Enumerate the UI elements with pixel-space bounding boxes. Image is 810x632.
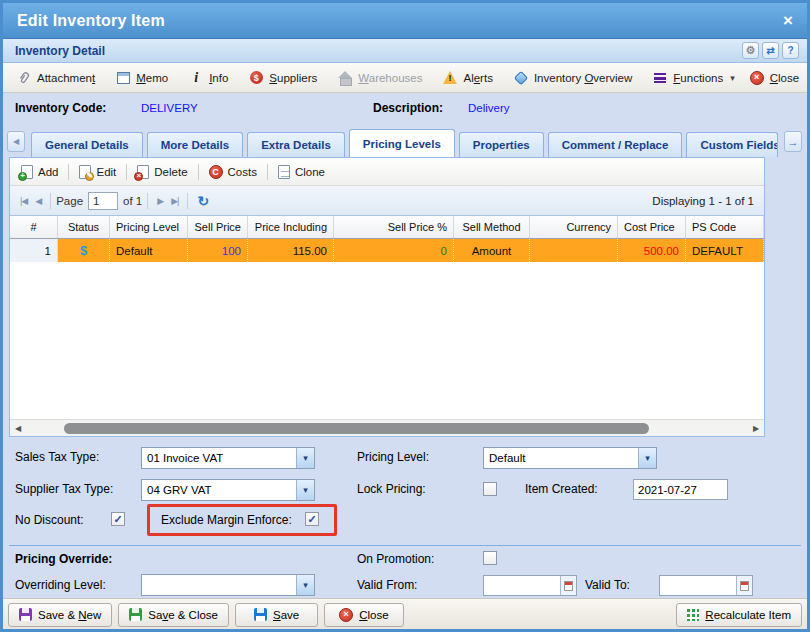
dropdown-arrow-icon[interactable]: ▾ bbox=[296, 448, 314, 468]
panel-header-tools: ⚙ ⇄ ? bbox=[742, 42, 799, 59]
pricing-level-select[interactable]: Default ▾ bbox=[483, 447, 657, 469]
valid-to-label: Valid To: bbox=[585, 578, 630, 592]
tab-extra-details[interactable]: Extra Details bbox=[247, 132, 345, 157]
lock-pricing-checkbox[interactable] bbox=[483, 482, 497, 496]
tab-properties[interactable]: Properties bbox=[459, 132, 544, 157]
refresh-panel-button[interactable]: ⇄ bbox=[762, 42, 779, 59]
tab-scroll-left-button[interactable]: ◀ bbox=[7, 131, 25, 152]
column-header-status[interactable]: Status bbox=[58, 216, 110, 238]
currency-cell bbox=[530, 239, 618, 262]
column-header-ps-code[interactable]: PS Code bbox=[686, 216, 764, 238]
overriding-level-label: Overriding Level: bbox=[15, 578, 106, 592]
valid-to-value bbox=[660, 576, 736, 595]
last-page-button[interactable]: ▶| bbox=[167, 196, 182, 206]
column-header-sell-method[interactable]: Sell Method bbox=[454, 216, 530, 238]
column-header-num[interactable]: # bbox=[10, 216, 58, 238]
supplier-tax-type-select[interactable]: 04 GRV VAT ▾ bbox=[141, 479, 315, 501]
attachment-button[interactable]: Attachment bbox=[9, 67, 102, 89]
dropdown-arrow-icon[interactable]: ▾ bbox=[296, 575, 314, 595]
column-header-price-including[interactable]: Price Including bbox=[248, 216, 334, 238]
save-and-close-button[interactable]: Save & Close bbox=[118, 603, 229, 627]
costs-icon: C bbox=[209, 165, 223, 179]
column-header-sell-price-pct[interactable]: Sell Price % bbox=[334, 216, 454, 238]
pricing-level-value: Default bbox=[484, 448, 638, 468]
exclude-margin-enforce-label: Exclude Margin Enforce: bbox=[161, 513, 292, 527]
info-button[interactable]: i Info bbox=[181, 67, 235, 89]
item-created-field[interactable]: 2021-07-27 bbox=[633, 479, 728, 500]
dialog-title: Edit Inventory Item bbox=[17, 12, 165, 30]
scrollbar-track[interactable] bbox=[26, 422, 748, 435]
previous-page-button[interactable]: ◀ bbox=[31, 196, 45, 206]
refresh-grid-icon[interactable]: ↻ bbox=[193, 193, 213, 209]
calendar-picker-button[interactable] bbox=[560, 576, 576, 595]
recalculate-item-label: Recalculate Item bbox=[705, 609, 791, 621]
memo-button[interactable]: Memo bbox=[108, 67, 175, 89]
sales-tax-type-value: 01 Invoice VAT bbox=[142, 448, 296, 468]
grid-actions-toolbar: + Add ✎ Edit × Delete C Costs Clone bbox=[10, 158, 764, 186]
clone-label: Clone bbox=[295, 166, 325, 178]
recalculate-item-button[interactable]: Recalculate Item bbox=[676, 603, 802, 627]
valid-to-date-field[interactable] bbox=[659, 575, 753, 596]
table-row-selected[interactable]: 1 $ Default 100 115.00 0 Amount 500.00 D… bbox=[10, 239, 764, 262]
dialog-close-icon[interactable]: × bbox=[783, 12, 793, 29]
settings-gear-button[interactable]: ⚙ bbox=[742, 42, 759, 59]
warning-triangle-icon bbox=[443, 71, 457, 84]
overriding-level-select[interactable]: ▾ bbox=[141, 574, 315, 596]
toolbar-separator bbox=[198, 164, 199, 180]
horizontal-scrollbar[interactable]: ◀ ▶ bbox=[10, 419, 764, 436]
delete-button[interactable]: × Delete bbox=[130, 163, 194, 181]
scroll-right-icon[interactable]: ▶ bbox=[748, 424, 764, 433]
edit-button[interactable]: ✎ Edit bbox=[72, 163, 123, 181]
save-and-new-button[interactable]: Save & New bbox=[8, 603, 112, 627]
costs-button[interactable]: C Costs bbox=[202, 163, 264, 181]
pricing-override-label: Pricing Override: bbox=[15, 552, 112, 566]
exclude-margin-enforce-checkbox[interactable]: ✓ bbox=[305, 512, 319, 526]
close-circle-icon: × bbox=[750, 71, 764, 85]
tab-general-details[interactable]: General Details bbox=[31, 132, 143, 157]
tab-comment-replace[interactable]: Comment / Replace bbox=[548, 132, 683, 157]
calendar-picker-button[interactable] bbox=[736, 576, 752, 595]
save-button[interactable]: Save bbox=[235, 603, 318, 627]
warehouse-icon bbox=[338, 71, 352, 78]
inventory-overview-button[interactable]: Inventory Overview bbox=[506, 67, 639, 89]
toolbar-separator bbox=[68, 164, 69, 180]
next-page-button[interactable]: ▶ bbox=[153, 196, 167, 206]
close-button[interactable]: × Close bbox=[324, 603, 403, 627]
alerts-button[interactable]: Alerts bbox=[435, 67, 499, 89]
add-icon: + bbox=[21, 165, 33, 179]
panel-title: Inventory Detail bbox=[11, 44, 105, 58]
tab-scroll-right-button[interactable]: → bbox=[784, 131, 802, 152]
dropdown-arrow-icon[interactable]: ▾ bbox=[296, 480, 314, 500]
tab-custom-fields[interactable]: Custom Fields bbox=[686, 132, 778, 157]
close-toolbar-button[interactable]: × Close bbox=[742, 67, 806, 89]
scrollbar-thumb[interactable] bbox=[64, 423, 649, 434]
grid-header-row: # Status Pricing Level Sell Price Price … bbox=[10, 216, 764, 239]
warehouses-button: Warehouses bbox=[330, 67, 429, 89]
clone-button[interactable]: Clone bbox=[271, 163, 332, 181]
on-promotion-checkbox[interactable] bbox=[483, 551, 497, 565]
dropdown-arrow-icon[interactable]: ▾ bbox=[638, 448, 656, 468]
valid-from-date-field[interactable] bbox=[483, 575, 577, 596]
no-discount-checkbox[interactable]: ✓ bbox=[111, 512, 125, 526]
column-header-sell-price[interactable]: Sell Price bbox=[188, 216, 248, 238]
suppliers-button[interactable]: Suppliers bbox=[241, 67, 324, 89]
displaying-status: Displaying 1 - 1 of 1 bbox=[652, 195, 758, 207]
supplier-tax-type-value: 04 GRV VAT bbox=[142, 480, 296, 500]
add-button[interactable]: + Add bbox=[14, 163, 65, 181]
info-label: Info bbox=[209, 72, 228, 84]
scroll-left-icon[interactable]: ◀ bbox=[10, 424, 26, 433]
first-page-button[interactable]: |◀ bbox=[16, 196, 31, 206]
price-including-cell: 115.00 bbox=[248, 239, 334, 262]
tab-more-details[interactable]: More Details bbox=[147, 132, 243, 157]
pager-separator bbox=[187, 193, 188, 209]
tab-pricing-levels[interactable]: Pricing Levels bbox=[349, 129, 455, 157]
toolbar-separator bbox=[126, 164, 127, 180]
column-header-currency[interactable]: Currency bbox=[530, 216, 618, 238]
status-dollar-icon: $ bbox=[58, 239, 110, 262]
column-header-cost-price[interactable]: Cost Price bbox=[618, 216, 686, 238]
help-button[interactable]: ? bbox=[782, 42, 799, 59]
page-number-input[interactable]: 1 bbox=[88, 192, 118, 210]
sales-tax-type-select[interactable]: 01 Invoice VAT ▾ bbox=[141, 447, 315, 469]
functions-menu-button[interactable]: Functions ▾ bbox=[645, 67, 741, 89]
column-header-pricing-level[interactable]: Pricing Level bbox=[110, 216, 188, 238]
